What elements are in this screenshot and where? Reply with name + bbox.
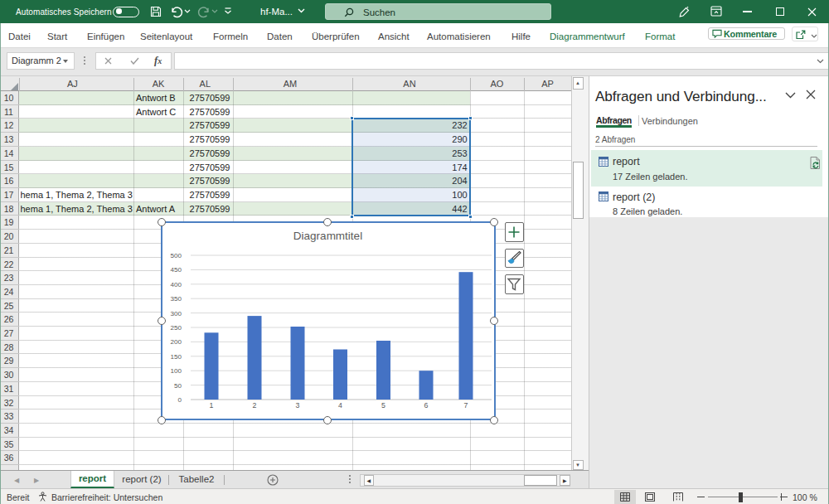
svg-text:350: 350 — [170, 295, 182, 303]
svg-text:250: 250 — [170, 324, 182, 332]
svg-text:300: 300 — [170, 310, 182, 317]
svg-text:7: 7 — [464, 401, 468, 410]
svg-text:450: 450 — [170, 267, 182, 274]
svg-text:6: 6 — [424, 401, 429, 410]
svg-text:100: 100 — [170, 367, 182, 375]
svg-text:0: 0 — [177, 396, 182, 404]
svg-text:4: 4 — [338, 401, 342, 410]
svg-text:5: 5 — [381, 401, 385, 410]
svg-text:50: 50 — [174, 382, 182, 390]
svg-text:200: 200 — [170, 339, 182, 346]
svg-text:150: 150 — [170, 353, 182, 361]
svg-text:400: 400 — [170, 281, 182, 288]
svg-text:2: 2 — [253, 401, 257, 410]
svg-text:500: 500 — [170, 252, 182, 259]
svg-text:3: 3 — [296, 401, 300, 410]
svg-text:1: 1 — [210, 401, 214, 410]
